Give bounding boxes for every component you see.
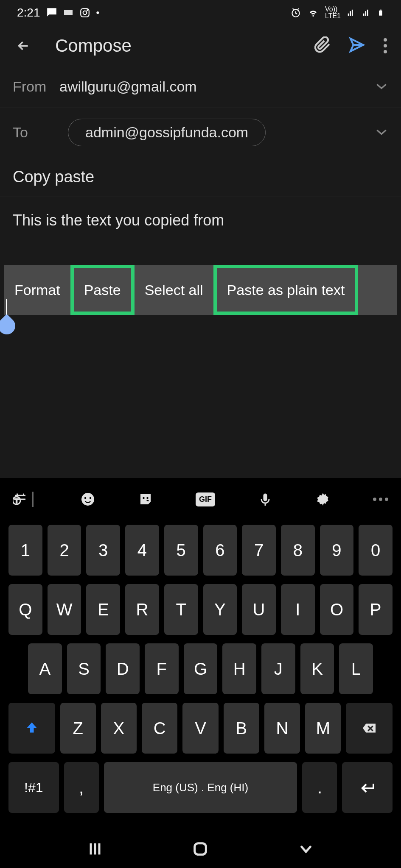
more-options-button[interactable] xyxy=(382,38,388,53)
key-space[interactable]: Eng (US) . Eng (HI) xyxy=(104,762,297,813)
key-f[interactable]: F xyxy=(145,643,179,694)
from-label: From xyxy=(13,78,59,95)
svg-rect-16 xyxy=(195,843,206,855)
signal2-icon xyxy=(362,8,371,17)
back-nav-button[interactable] xyxy=(297,840,314,857)
key-d[interactable]: D xyxy=(106,643,140,694)
from-field[interactable]: From awillguru@gmail.com xyxy=(0,66,401,108)
key-a[interactable]: A xyxy=(28,643,62,694)
key-k[interactable]: K xyxy=(300,643,334,694)
key-v[interactable]: V xyxy=(182,703,218,754)
key-j[interactable]: J xyxy=(261,643,295,694)
subject-field[interactable]: Copy paste xyxy=(0,157,401,197)
key-5[interactable]: 5 xyxy=(164,525,198,576)
keyboard-row-asdf: A S D F G H J K L xyxy=(8,643,393,694)
key-n[interactable]: N xyxy=(264,703,300,754)
compose-header: Compose xyxy=(0,25,401,66)
wifi-icon xyxy=(307,7,319,19)
text-cursor-handle[interactable] xyxy=(0,299,14,341)
sticker-icon[interactable] xyxy=(138,492,153,507)
chevron-down-icon[interactable] xyxy=(375,82,388,92)
recipient-chip[interactable]: admin@gossipfunda.com xyxy=(68,119,266,146)
key-i[interactable]: I xyxy=(281,584,315,635)
key-8[interactable]: 8 xyxy=(281,525,315,576)
home-button[interactable] xyxy=(192,840,209,857)
chevron-down-icon[interactable] xyxy=(375,128,388,138)
body-text: This is the text you copied from xyxy=(13,210,388,231)
header-title: Compose xyxy=(55,36,302,56)
svg-point-13 xyxy=(146,497,149,499)
paste-option[interactable]: Paste xyxy=(70,265,135,315)
key-x[interactable]: X xyxy=(101,703,137,754)
text-mode-icon[interactable]: T xyxy=(13,492,38,507)
key-0[interactable]: 0 xyxy=(359,525,393,576)
key-z[interactable]: Z xyxy=(60,703,96,754)
key-symbols[interactable]: !#1 xyxy=(8,762,59,813)
svg-point-9 xyxy=(81,493,94,506)
key-backspace[interactable] xyxy=(346,703,393,754)
keyboard-row-zxcv: Z X C V B N M xyxy=(8,703,393,754)
key-s[interactable]: S xyxy=(67,643,101,694)
key-6[interactable]: 6 xyxy=(203,525,237,576)
key-7[interactable]: 7 xyxy=(242,525,276,576)
key-w[interactable]: W xyxy=(48,584,81,635)
key-b[interactable]: B xyxy=(224,703,259,754)
select-all-option[interactable]: Select all xyxy=(135,265,213,315)
gif-icon[interactable]: GIF xyxy=(196,492,215,506)
key-h[interactable]: H xyxy=(222,643,256,694)
key-comma[interactable]: , xyxy=(64,762,99,813)
mic-icon[interactable] xyxy=(258,492,273,507)
key-shift[interactable] xyxy=(8,703,55,754)
svg-point-2 xyxy=(83,11,87,15)
key-1[interactable]: 1 xyxy=(8,525,42,576)
key-q[interactable]: Q xyxy=(8,584,42,635)
status-bar: 2:21 • Vo))LTE1 xyxy=(0,0,401,25)
key-p[interactable]: P xyxy=(359,584,393,635)
app-icon xyxy=(63,8,73,18)
keyboard-row-numbers: 1 2 3 4 5 6 7 8 9 0 xyxy=(8,525,393,576)
from-value: awillguru@gmail.com xyxy=(59,78,375,95)
recents-button[interactable] xyxy=(87,840,104,857)
to-field[interactable]: To admin@gossipfunda.com xyxy=(0,108,401,157)
keyboard-row-bottom: !#1 , Eng (US) . Eng (HI) . xyxy=(8,762,393,813)
key-9[interactable]: 9 xyxy=(320,525,354,576)
key-4[interactable]: 4 xyxy=(125,525,159,576)
key-e[interactable]: E xyxy=(86,584,120,635)
key-o[interactable]: O xyxy=(320,584,354,635)
paste-plain-option[interactable]: Paste as plain text xyxy=(213,265,359,315)
key-y[interactable]: Y xyxy=(203,584,237,635)
attachment-button[interactable] xyxy=(314,36,331,55)
key-l[interactable]: L xyxy=(339,643,373,694)
soft-keyboard: T GIF 1 2 3 4 5 6 7 8 xyxy=(0,478,401,868)
signal-icon xyxy=(347,8,356,17)
svg-point-3 xyxy=(87,10,87,11)
messages-icon xyxy=(46,7,57,18)
keyboard-more-icon[interactable] xyxy=(373,498,388,501)
back-button[interactable] xyxy=(13,35,34,56)
send-button[interactable] xyxy=(348,36,365,55)
key-m[interactable]: M xyxy=(305,703,341,754)
body-field[interactable]: This is the text you copied from Format … xyxy=(0,197,401,422)
keyboard-toolbar: T GIF xyxy=(0,478,401,520)
key-3[interactable]: 3 xyxy=(86,525,120,576)
key-c[interactable]: C xyxy=(142,703,177,754)
status-right: Vo))LTE1 xyxy=(290,6,384,19)
key-g[interactable]: G xyxy=(184,643,218,694)
emoji-icon[interactable] xyxy=(80,492,95,507)
key-enter[interactable] xyxy=(342,762,393,813)
key-t[interactable]: T xyxy=(164,584,198,635)
svg-rect-6 xyxy=(380,10,381,11)
notification-dot-icon: • xyxy=(96,7,100,18)
key-2[interactable]: 2 xyxy=(48,525,81,576)
subject-text: Copy paste xyxy=(13,168,388,186)
svg-point-12 xyxy=(143,497,145,499)
svg-point-10 xyxy=(84,497,87,499)
settings-icon[interactable] xyxy=(315,492,331,507)
battery-icon xyxy=(377,7,384,18)
svg-text:T: T xyxy=(15,497,19,504)
svg-point-11 xyxy=(90,497,92,499)
key-u[interactable]: U xyxy=(242,584,276,635)
svg-rect-14 xyxy=(264,494,267,501)
key-r[interactable]: R xyxy=(125,584,159,635)
key-period[interactable]: . xyxy=(302,762,337,813)
